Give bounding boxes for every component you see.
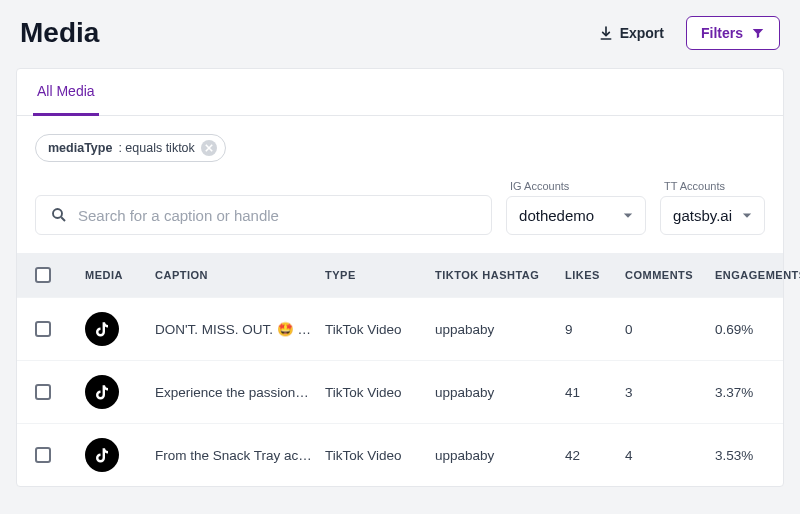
media-card: All Media mediaType: equals tiktok IG Ac… [16, 68, 784, 487]
page-title: Media [20, 17, 99, 49]
ig-accounts-value: dothedemo [519, 207, 594, 224]
cell-caption: Experience the passion… [155, 385, 325, 400]
svg-point-0 [53, 209, 62, 218]
chip-key: mediaType [48, 141, 112, 155]
col-caption: CAPTION [155, 269, 325, 281]
filter-chip-mediatype[interactable]: mediaType: equals tiktok [35, 134, 226, 162]
chip-remove-icon[interactable] [201, 140, 217, 156]
cell-type: TikTok Video [325, 385, 435, 400]
table-header: MEDIA CAPTION TYPE TIKTOK HASHTAG LIKES … [17, 253, 783, 297]
ig-accounts-label: IG Accounts [506, 180, 646, 192]
tiktok-icon [85, 375, 119, 409]
cell-caption: DON'T. MISS. OUT. 🤩 E… [155, 321, 325, 337]
tt-accounts-select[interactable]: gatsby.ai [660, 196, 765, 235]
col-engagements: ENGAGEMENTS [715, 269, 800, 281]
search-wrap[interactable] [35, 195, 492, 235]
cell-hashtag: uppababy [435, 448, 565, 463]
search-icon [50, 206, 68, 224]
row-checkbox[interactable] [35, 321, 51, 337]
cell-caption: From the Snack Tray ac… [155, 448, 325, 463]
tt-accounts-group: TT Accounts gatsby.ai [660, 180, 765, 235]
tt-accounts-label: TT Accounts [660, 180, 765, 192]
cell-likes: 9 [565, 322, 625, 337]
col-comments: COMMENTS [625, 269, 715, 281]
page-header: Media Export Filters [0, 0, 800, 68]
tiktok-icon [85, 312, 119, 346]
export-label: Export [620, 25, 664, 41]
tiktok-icon [85, 438, 119, 472]
row-checkbox[interactable] [35, 447, 51, 463]
cell-comments: 0 [625, 322, 715, 337]
download-icon [598, 25, 614, 41]
controls-row: IG Accounts dothedemo TT Accounts gatsby… [17, 162, 783, 253]
cell-comments: 3 [625, 385, 715, 400]
cell-engagements: 3.53% [715, 448, 800, 463]
col-hashtag: TIKTOK HASHTAG [435, 269, 565, 281]
table-row[interactable]: From the Snack Tray ac… TikTok Video upp… [17, 423, 783, 486]
cell-engagements: 0.69% [715, 322, 800, 337]
chip-text: : equals tiktok [118, 141, 194, 155]
cell-type: TikTok Video [325, 322, 435, 337]
chevron-down-icon [623, 211, 633, 221]
filters-button[interactable]: Filters [686, 16, 780, 50]
table-row[interactable]: Experience the passion… TikTok Video upp… [17, 360, 783, 423]
cell-comments: 4 [625, 448, 715, 463]
cell-type: TikTok Video [325, 448, 435, 463]
filters-label: Filters [701, 25, 743, 41]
header-actions: Export Filters [588, 16, 780, 50]
chevron-down-icon [742, 211, 752, 221]
ig-accounts-group: IG Accounts dothedemo [506, 180, 646, 235]
table-row[interactable]: DON'T. MISS. OUT. 🤩 E… TikTok Video uppa… [17, 297, 783, 360]
ig-accounts-select[interactable]: dothedemo [506, 196, 646, 235]
cell-engagements: 3.37% [715, 385, 800, 400]
export-button[interactable]: Export [588, 17, 674, 49]
filter-chips-row: mediaType: equals tiktok [17, 116, 783, 162]
select-all-checkbox[interactable] [35, 267, 51, 283]
tt-accounts-value: gatsby.ai [673, 207, 732, 224]
cell-hashtag: uppababy [435, 385, 565, 400]
tabs: All Media [17, 69, 783, 116]
cell-likes: 42 [565, 448, 625, 463]
search-input[interactable] [78, 207, 477, 224]
filter-icon [751, 26, 765, 40]
cell-likes: 41 [565, 385, 625, 400]
tab-all-media[interactable]: All Media [33, 69, 99, 116]
col-media: MEDIA [85, 269, 155, 281]
row-checkbox[interactable] [35, 384, 51, 400]
col-type: TYPE [325, 269, 435, 281]
cell-hashtag: uppababy [435, 322, 565, 337]
media-table: MEDIA CAPTION TYPE TIKTOK HASHTAG LIKES … [17, 253, 783, 486]
col-likes: LIKES [565, 269, 625, 281]
